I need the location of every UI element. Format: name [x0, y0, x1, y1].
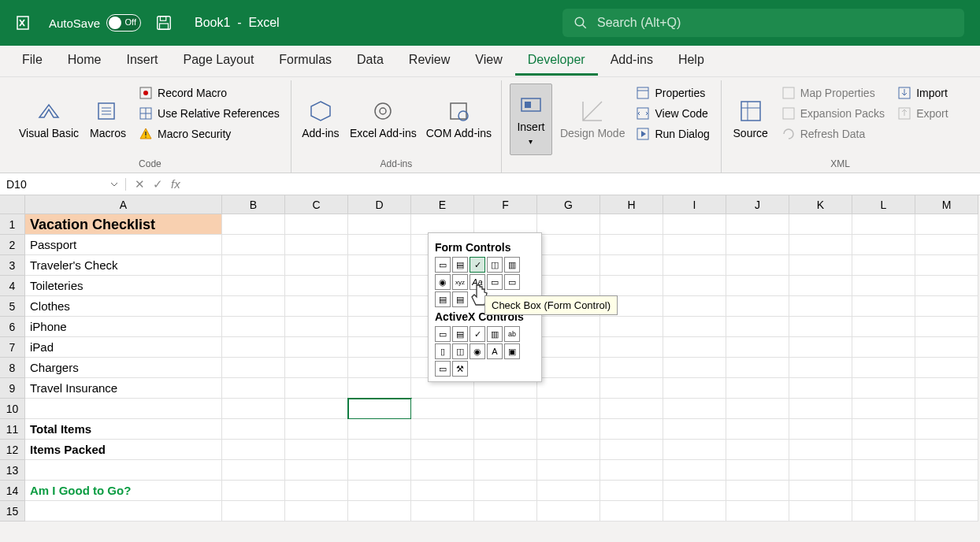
row-header-5[interactable]: 5 [0, 296, 25, 317]
cell-G13[interactable] [537, 460, 600, 481]
col-header-E[interactable]: E [411, 195, 474, 214]
cell-L14[interactable] [852, 481, 915, 501]
cell-A13[interactable] [25, 460, 222, 481]
autosave-toggle[interactable]: AutoSave Off [49, 14, 141, 32]
cell-E14[interactable] [411, 481, 474, 501]
col-header-F[interactable]: F [474, 195, 537, 214]
option-button-activex-icon[interactable]: ◉ [470, 343, 485, 359]
cell-E15[interactable] [411, 501, 474, 522]
cell-C10[interactable] [285, 399, 348, 419]
cell-L1[interactable] [852, 214, 915, 235]
cell-L15[interactable] [852, 501, 915, 522]
cell-J13[interactable] [726, 460, 789, 481]
check-box-activex-icon[interactable]: ✓ [470, 326, 485, 342]
cell-M11[interactable] [915, 419, 978, 440]
cell-I6[interactable] [663, 317, 726, 337]
cell-J2[interactable] [726, 235, 789, 255]
cell-B15[interactable] [222, 501, 285, 522]
row-header-13[interactable]: 13 [0, 460, 25, 481]
cell-H6[interactable] [600, 317, 663, 337]
cell-C4[interactable] [285, 276, 348, 296]
cell-M4[interactable] [915, 276, 978, 296]
select-all-corner[interactable] [0, 195, 25, 214]
cell-A7[interactable]: iPad [25, 337, 222, 358]
spin-button-form-control-icon[interactable]: ◫ [487, 257, 503, 273]
cell-K9[interactable] [789, 378, 852, 399]
row-header-10[interactable]: 10 [0, 399, 25, 419]
cell-G6[interactable] [537, 317, 600, 337]
cell-D15[interactable] [348, 501, 411, 522]
cell-C8[interactable] [285, 358, 348, 378]
cell-H10[interactable] [600, 399, 663, 419]
combo-dropdown-form-control-icon[interactable]: ▤ [452, 291, 468, 307]
cell-B13[interactable] [222, 460, 285, 481]
cell-J6[interactable] [726, 317, 789, 337]
cell-G11[interactable] [537, 419, 600, 440]
cell-L4[interactable] [852, 276, 915, 296]
cell-B9[interactable] [222, 378, 285, 399]
image-activex-icon[interactable]: ▣ [504, 343, 520, 359]
insert-controls-button[interactable]: Insert ▾ [510, 84, 552, 155]
cell-G2[interactable] [537, 235, 600, 255]
cell-B7[interactable] [222, 337, 285, 358]
cell-A14[interactable]: Am I Good to Go? [25, 481, 222, 501]
cell-H14[interactable] [600, 481, 663, 501]
run-dialog-button[interactable]: Run Dialog [633, 124, 712, 143]
cell-F14[interactable] [474, 481, 537, 501]
cell-J1[interactable] [726, 214, 789, 235]
cell-I4[interactable] [663, 276, 726, 296]
scroll-bar-activex-icon[interactable]: ▯ [435, 343, 451, 359]
enter-formula-icon[interactable]: ✓ [149, 177, 167, 191]
cell-D4[interactable] [348, 276, 411, 296]
cell-I1[interactable] [663, 214, 726, 235]
tab-help[interactable]: Help [666, 46, 717, 76]
cell-D6[interactable] [348, 317, 411, 337]
toggle-button-activex-icon[interactable]: ▭ [435, 361, 451, 377]
col-header-J[interactable]: J [726, 195, 789, 214]
cell-M12[interactable] [915, 440, 978, 460]
properties-button[interactable]: Properties [633, 84, 712, 102]
cell-M1[interactable] [915, 214, 978, 235]
record-macro-button[interactable]: Record Macro [135, 84, 283, 102]
cell-A2[interactable]: Passport [25, 235, 222, 255]
row-header-14[interactable]: 14 [0, 481, 25, 501]
refresh-data-button[interactable]: Refresh Data [778, 124, 888, 143]
cell-F15[interactable] [474, 501, 537, 522]
cell-K5[interactable] [789, 296, 852, 317]
tab-developer[interactable]: Developer [515, 46, 598, 76]
cell-G4[interactable] [537, 276, 600, 296]
cell-K15[interactable] [789, 501, 852, 522]
row-header-2[interactable]: 2 [0, 235, 25, 255]
check-box-form-control-icon[interactable]: ✓ [470, 257, 485, 273]
cell-B12[interactable] [222, 440, 285, 460]
col-header-L[interactable]: L [852, 195, 915, 214]
cell-G1[interactable] [537, 214, 600, 235]
col-header-H[interactable]: H [600, 195, 663, 214]
cell-B10[interactable] [222, 399, 285, 419]
col-header-I[interactable]: I [663, 195, 726, 214]
col-header-A[interactable]: A [25, 195, 222, 214]
cell-C3[interactable] [285, 255, 348, 276]
cell-L9[interactable] [852, 378, 915, 399]
cell-D7[interactable] [348, 337, 411, 358]
cell-A15[interactable] [25, 501, 222, 522]
cell-A9[interactable]: Travel Insurance [25, 378, 222, 399]
cell-I5[interactable] [663, 296, 726, 317]
row-header-6[interactable]: 6 [0, 317, 25, 337]
cell-G8[interactable] [537, 358, 600, 378]
cell-C14[interactable] [285, 481, 348, 501]
command-button-activex-icon[interactable]: ▭ [435, 326, 451, 342]
cell-I9[interactable] [663, 378, 726, 399]
cell-M9[interactable] [915, 378, 978, 399]
cell-K14[interactable] [789, 481, 852, 501]
cell-K12[interactable] [789, 440, 852, 460]
cell-A3[interactable]: Traveler's Check [25, 255, 222, 276]
cell-K4[interactable] [789, 276, 852, 296]
cell-H2[interactable] [600, 235, 663, 255]
cell-H11[interactable] [600, 419, 663, 440]
cell-B1[interactable] [222, 214, 285, 235]
import-button[interactable]: Import [894, 84, 951, 102]
cell-H15[interactable] [600, 501, 663, 522]
row-header-7[interactable]: 7 [0, 337, 25, 358]
source-button[interactable]: Source [729, 84, 772, 155]
